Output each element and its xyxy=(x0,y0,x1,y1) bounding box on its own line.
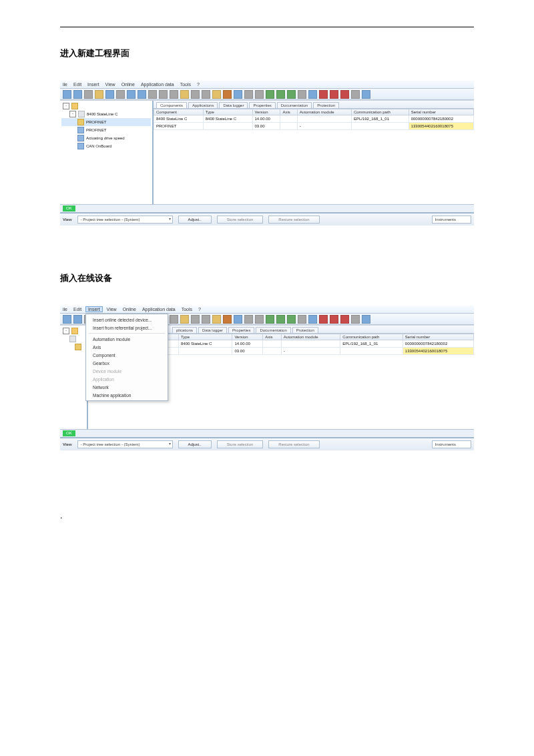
minus-icon[interactable]: - xyxy=(63,103,69,109)
th-am[interactable]: Automation module xyxy=(297,109,351,115)
toolbar-button[interactable] xyxy=(212,90,221,99)
menu-file[interactable]: ile xyxy=(63,82,67,87)
tab-protection[interactable]: Protection xyxy=(313,102,339,108)
th-axis[interactable]: Axis xyxy=(280,109,297,115)
toolbar-button[interactable] xyxy=(362,315,370,324)
menu-tools[interactable]: Tools xyxy=(182,307,192,312)
mi-gearbox[interactable]: Gearbox xyxy=(86,359,168,367)
toolbar-button[interactable] xyxy=(127,90,136,99)
th-type[interactable]: Type xyxy=(203,109,252,115)
toolbar-button[interactable] xyxy=(180,90,189,99)
toolbar-button[interactable] xyxy=(244,90,253,99)
toolbar-button[interactable] xyxy=(276,315,285,324)
toolbar-button[interactable] xyxy=(223,90,232,99)
toolbar-button[interactable] xyxy=(298,90,306,99)
adjust-button[interactable]: Adjust.. xyxy=(178,440,212,448)
toolbar-button[interactable] xyxy=(63,90,71,99)
mi-machine-app[interactable]: Machine application xyxy=(86,391,168,399)
toolbar-button[interactable] xyxy=(223,315,232,324)
menu-online[interactable]: Online xyxy=(123,307,136,312)
toolbar-button[interactable] xyxy=(63,315,71,324)
project-tree[interactable]: - -8400 StateLine C PROFINET PROFINET Ac… xyxy=(60,101,154,204)
toolbar-button[interactable] xyxy=(202,90,210,99)
th-am[interactable]: Automation module xyxy=(281,334,340,340)
tab-datalogger[interactable]: Data logger xyxy=(198,327,227,333)
th-path[interactable]: Communication path xyxy=(351,109,409,115)
menu-tools[interactable]: Tools xyxy=(180,82,191,87)
menu-appdata[interactable]: Application data xyxy=(141,82,174,87)
toolbar-button[interactable] xyxy=(266,315,274,324)
tab-documentation[interactable]: Documentation xyxy=(256,327,290,333)
menu-online[interactable]: Online xyxy=(121,82,135,87)
instruments-combo[interactable]: Instruments xyxy=(432,440,471,448)
mi-network[interactable]: Network xyxy=(86,383,168,391)
mi-insert-online[interactable]: Insert online detected device... xyxy=(86,316,168,324)
toolbar-button[interactable] xyxy=(84,90,93,99)
minus-icon[interactable]: - xyxy=(63,328,69,334)
mi-axis[interactable]: Axis xyxy=(86,343,168,351)
mi-automation-module[interactable]: Automation module xyxy=(86,335,168,343)
tab-applications[interactable]: plications xyxy=(172,327,197,333)
menu-help[interactable]: ? xyxy=(198,307,201,312)
restore-selection-button[interactable]: Restore selection xyxy=(268,440,319,448)
toolbar-button[interactable] xyxy=(351,90,360,99)
tree-node[interactable]: 8400 StateLine C xyxy=(87,112,117,116)
th-component[interactable]: Component xyxy=(154,109,204,115)
toolbar-button[interactable] xyxy=(362,90,370,99)
toolbar-button[interactable] xyxy=(330,315,338,324)
mi-insert-ref[interactable]: Insert from referential project... xyxy=(86,324,168,332)
view-combo[interactable]: - Project tree selection - (System) xyxy=(77,216,173,224)
toolbar-button[interactable] xyxy=(212,315,221,324)
store-selection-button[interactable]: Store selection xyxy=(217,440,264,448)
table-row[interactable]: PROFINET03.00-1330054402160018075 xyxy=(154,123,474,130)
toolbar-button[interactable] xyxy=(255,315,264,324)
toolbar-button[interactable] xyxy=(202,315,210,324)
tab-datalogger[interactable]: Data logger xyxy=(219,102,248,108)
th-version[interactable]: Version xyxy=(252,109,280,115)
toolbar-button[interactable] xyxy=(95,90,103,99)
th-type[interactable]: Type xyxy=(179,334,232,340)
toolbar-button[interactable] xyxy=(73,315,82,324)
project-tree[interactable]: - xyxy=(60,326,88,429)
toolbar-button[interactable] xyxy=(330,90,338,99)
menu-help[interactable]: ? xyxy=(197,82,200,87)
menu-insert[interactable]: Insert xyxy=(85,306,103,312)
toolbar-button[interactable] xyxy=(138,90,146,99)
table-row[interactable]: 8400 StateLine C8400 StateLine C14.00.00… xyxy=(154,115,474,123)
store-selection-button[interactable]: Store selection xyxy=(217,216,264,224)
toolbar-button[interactable] xyxy=(116,90,125,99)
instruments-combo[interactable]: Instruments xyxy=(432,216,471,224)
toolbar-button[interactable] xyxy=(319,90,328,99)
th-serial[interactable]: Serial number xyxy=(409,109,473,115)
restore-selection-button[interactable]: Restore selection xyxy=(268,216,319,224)
toolbar-button[interactable] xyxy=(308,90,317,99)
th-path[interactable]: Communication path xyxy=(340,334,403,340)
toolbar-button[interactable] xyxy=(180,315,189,324)
toolbar-button[interactable] xyxy=(319,315,328,324)
tab-components[interactable]: Components xyxy=(156,102,187,108)
adjust-button[interactable]: Adjust.. xyxy=(178,216,212,224)
tab-applications[interactable]: Applications xyxy=(188,102,218,108)
toolbar-button[interactable] xyxy=(73,90,82,99)
toolbar-button[interactable] xyxy=(234,90,242,99)
view-combo[interactable]: - Project tree selection - (System) xyxy=(77,440,173,448)
tab-properties[interactable]: Properties xyxy=(249,102,275,108)
toolbar-button[interactable] xyxy=(298,315,306,324)
menu-file[interactable]: ile xyxy=(63,307,67,312)
toolbar-button[interactable] xyxy=(287,90,296,99)
toolbar-button[interactable] xyxy=(308,315,317,324)
toolbar-button[interactable] xyxy=(255,90,264,99)
th-axis[interactable]: Axis xyxy=(263,334,282,340)
mi-component[interactable]: Component xyxy=(86,351,168,359)
toolbar-button[interactable] xyxy=(287,315,296,324)
tree-node[interactable]: PROFINET xyxy=(86,120,106,124)
tab-properties[interactable]: Properties xyxy=(228,327,254,333)
menu-insert[interactable]: Insert xyxy=(87,82,99,87)
toolbar-button[interactable] xyxy=(191,90,200,99)
toolbar-button[interactable] xyxy=(191,315,200,324)
toolbar-button[interactable] xyxy=(351,315,360,324)
th-serial[interactable]: Serial number xyxy=(403,334,473,340)
menu-edit[interactable]: Edit xyxy=(73,307,81,312)
toolbar-button[interactable] xyxy=(276,90,285,99)
toolbar-button[interactable] xyxy=(170,315,178,324)
